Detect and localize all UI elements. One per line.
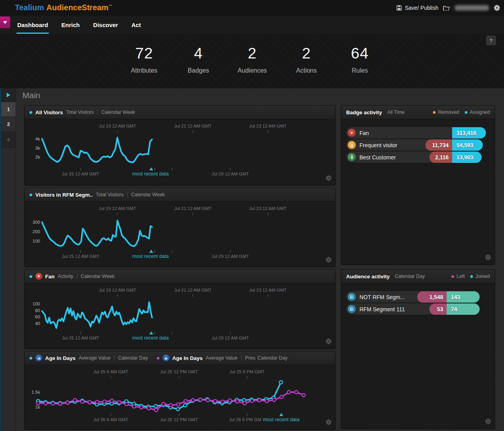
panel-settings-gear-icon[interactable] bbox=[326, 338, 332, 346]
panel-metric: Total Visitors bbox=[96, 192, 124, 197]
nav-bar: Dashboard Enrich Discover Act bbox=[0, 16, 504, 34]
panel-audience-activity: Audience activity Calendar Day Left Join… bbox=[341, 269, 495, 429]
svg-text:40: 40 bbox=[35, 321, 40, 326]
joined-count-pill: 143 bbox=[447, 291, 480, 303]
audience-activity-legend: Left Joined bbox=[451, 274, 490, 279]
badge-activity-legend: Removed Assigned bbox=[433, 110, 490, 115]
joined-dot-icon bbox=[470, 275, 473, 278]
svg-text:Jul 25 6 PM GMT: Jul 25 6 PM GMT bbox=[229, 369, 264, 374]
app-window: TealiumAudienceStream™ Save/ Publish Das… bbox=[0, 0, 504, 431]
panel-period: Calendar Week bbox=[101, 110, 135, 115]
audience-activity-header: Audience activity Calendar Day Left Join… bbox=[341, 270, 495, 283]
chevron-down-icon bbox=[3, 21, 7, 24]
heart-badge-icon: ♥ bbox=[348, 129, 356, 137]
divider bbox=[241, 355, 242, 361]
stat-audiences: 2 Audiences bbox=[225, 45, 280, 74]
page-title: Main bbox=[22, 91, 40, 100]
tab-enrich[interactable]: Enrich bbox=[60, 16, 81, 34]
panel-settings-gear-icon[interactable] bbox=[326, 257, 332, 264]
assigned-count-pill: 13,903 bbox=[452, 152, 482, 163]
heart-badge-icon: ♥ bbox=[35, 273, 42, 280]
save-publish-label: Save/ Publish bbox=[405, 5, 438, 11]
svg-text:200: 200 bbox=[33, 229, 40, 234]
panel-title: Visitors in RFM Segm.. bbox=[35, 192, 93, 198]
audience-row-not-rfm[interactable]: NOT RFM Segm... 1,548 143 bbox=[346, 291, 480, 303]
panel-title: Age In Days bbox=[45, 355, 75, 361]
audience-row-rfm-segment-111[interactable]: RFM Segment 111 53 74 bbox=[346, 303, 480, 315]
audience-name: NOT RFM Segm... bbox=[359, 294, 405, 300]
tab-discover[interactable]: Discover bbox=[92, 16, 119, 34]
badge-activity-rows: ♥ Fan 313,416 Frequent visitor 11,734 54… bbox=[341, 119, 495, 163]
stat-actions-value: 2 bbox=[279, 45, 334, 62]
panel-period-2: Prev. Calendar Day bbox=[245, 355, 288, 361]
svg-text:300: 300 bbox=[33, 220, 40, 225]
svg-text:1.5k: 1.5k bbox=[31, 390, 40, 394]
save-publish-button[interactable]: Save/ Publish bbox=[396, 5, 438, 11]
series-dot-icon bbox=[29, 357, 32, 360]
stat-actions: 2 Actions bbox=[279, 45, 334, 74]
svg-text:Jul 29 12 AM GMT: Jul 29 12 AM GMT bbox=[211, 254, 249, 259]
stat-actions-label: Actions bbox=[279, 67, 334, 74]
sidebar-page-1[interactable]: 1 bbox=[1, 102, 16, 117]
removed-dot-icon bbox=[433, 111, 436, 114]
folder-icon[interactable] bbox=[443, 5, 450, 11]
badge-activity-period: All Time bbox=[387, 110, 405, 115]
settings-gear-icon[interactable] bbox=[494, 5, 500, 11]
sidebar-add-page-button[interactable]: + bbox=[1, 132, 16, 148]
sidebar-expand-button[interactable] bbox=[1, 88, 16, 102]
badge-row-frequent-visitor[interactable]: Frequent visitor 11,734 54,593 bbox=[346, 139, 483, 151]
svg-text:most recent data: most recent data bbox=[132, 254, 169, 259]
svg-text:Jul 19 12 AM GMT: Jul 19 12 AM GMT bbox=[99, 124, 136, 128]
divider bbox=[114, 355, 114, 361]
svg-text:Jul 19 12 AM GMT: Jul 19 12 AM GMT bbox=[99, 288, 136, 292]
tab-dashboard[interactable]: Dashboard bbox=[16, 16, 49, 34]
panel-all-visitors-header: All Visitors Total Visitors Calendar Wee… bbox=[25, 106, 335, 119]
left-count-pill: 1,548 bbox=[417, 291, 447, 303]
svg-text:Jul 23 12 AM GMT: Jul 23 12 AM GMT bbox=[249, 124, 286, 128]
side-flyout-tab[interactable] bbox=[0, 16, 10, 28]
people-badge-icon bbox=[348, 293, 356, 301]
svg-text:Jul 21 12 AM GMT: Jul 21 12 AM GMT bbox=[174, 288, 211, 292]
sidebar-page-2[interactable]: 2 bbox=[1, 117, 16, 132]
dashboard-sidebar: 1 2 + bbox=[1, 88, 16, 431]
help-button[interactable]: ? bbox=[486, 36, 496, 45]
series-dot-icon bbox=[29, 194, 32, 196]
panel-title-2: Age In Days bbox=[172, 355, 203, 361]
summary-stats-band: 72 Attributes 4 Badges 2 Audiences 2 Act… bbox=[0, 34, 504, 89]
svg-text:Jul 25 12 AM GMT: Jul 25 12 AM GMT bbox=[62, 172, 99, 176]
svg-text:Jul 23 12 AM GMT: Jul 23 12 AM GMT bbox=[249, 288, 286, 292]
badge-row-best-customer[interactable]: Best Customer 2,116 13,903 bbox=[346, 152, 482, 163]
svg-text:3k: 3k bbox=[35, 146, 40, 150]
svg-text:Jul 25 12 PM GMT: Jul 25 12 PM GMT bbox=[160, 369, 198, 374]
panel-settings-gear-icon[interactable] bbox=[485, 418, 491, 426]
svg-text:Jul 29 12 AM GMT: Jul 29 12 AM GMT bbox=[211, 336, 249, 340]
legend-left: Left bbox=[451, 274, 465, 279]
stat-rules-label: Rules bbox=[332, 67, 387, 74]
svg-text:Jul 29 12 AM GMT: Jul 29 12 AM GMT bbox=[211, 172, 249, 176]
bar-chart-badge-icon bbox=[163, 354, 170, 362]
panel-metric: Activity bbox=[58, 274, 73, 279]
svg-text:Jul 19 12 AM GMT: Jul 19 12 AM GMT bbox=[99, 206, 136, 211]
panel-period: Calendar Day bbox=[118, 355, 148, 361]
badge-activity-header: Badge activity All Time Removed Assigned bbox=[341, 106, 495, 119]
svg-text:60: 60 bbox=[35, 314, 40, 319]
svg-text:Jul 25 12 AM GMT: Jul 25 12 AM GMT bbox=[62, 336, 99, 340]
divider bbox=[77, 274, 77, 279]
badge-row-fan[interactable]: ♥ Fan 313,416 bbox=[346, 127, 486, 139]
fan-activity-chart: Jul 19 12 AM GMTJul 21 12 AM GMTJul 23 1… bbox=[25, 283, 335, 348]
panel-visitors-rfm-header: Visitors in RFM Segm.. Total Visitors Ca… bbox=[25, 188, 335, 202]
brand-logo: TealiumAudienceStream™ bbox=[15, 3, 112, 12]
panel-settings-gear-icon[interactable] bbox=[326, 419, 332, 427]
stat-audiences-value: 2 bbox=[225, 45, 280, 62]
series-dot-icon bbox=[157, 357, 159, 360]
brand-tealium: Tealium bbox=[15, 3, 44, 12]
tab-act[interactable]: Act bbox=[130, 16, 141, 34]
panel-settings-gear-icon[interactable] bbox=[326, 175, 332, 183]
panel-title: Fan bbox=[45, 274, 55, 279]
svg-text:Jul 21 12 AM GMT: Jul 21 12 AM GMT bbox=[174, 206, 211, 211]
legend-removed: Removed bbox=[433, 110, 459, 115]
profile-name-blurred[interactable] bbox=[455, 5, 489, 11]
stat-attributes-label: Attributes bbox=[117, 67, 172, 74]
panel-settings-gear-icon[interactable] bbox=[485, 254, 491, 262]
age-in-days-chart: Jul 25 6 AM GMTJul 25 12 PM GMTJul 25 6 … bbox=[25, 365, 335, 429]
